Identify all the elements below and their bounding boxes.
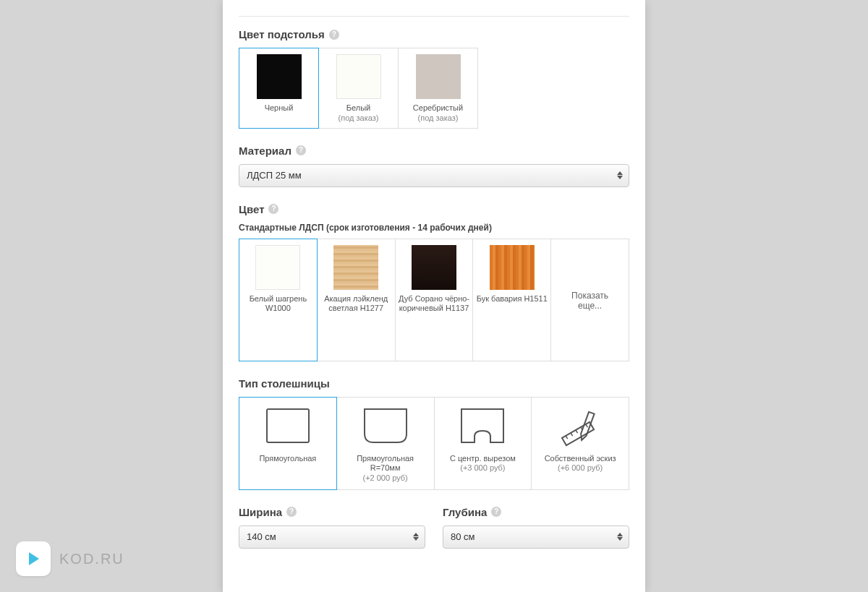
svg-line-4 xyxy=(566,435,568,438)
section-title-tabletop: Тип столешницы xyxy=(239,377,629,390)
svg-marker-12 xyxy=(617,537,623,541)
color-chip xyxy=(333,245,378,290)
section-title-material: Материал ? xyxy=(239,145,629,157)
svg-marker-13 xyxy=(29,552,39,565)
section-label: Цвет подстолья xyxy=(239,28,325,40)
swatch-label: Дуб Сорано чёрно-коричневый H1137 xyxy=(399,294,470,314)
swatch-label: Белый xyxy=(346,103,370,113)
color-swatch[interactable]: Акация лэйкленд светлая H1277 xyxy=(317,239,396,361)
section-label: Цвет xyxy=(239,203,264,215)
type-label: С центр. вырезом xyxy=(450,454,516,464)
color-chip xyxy=(412,245,456,290)
swatch-label: Белый шагрень W1000 xyxy=(242,294,314,314)
divider xyxy=(239,16,629,17)
logo-text: KOD.RU xyxy=(59,551,124,567)
type-label: Собственный эскиз xyxy=(545,454,616,464)
section-title-color: Цвет ? xyxy=(239,203,629,215)
depth-select[interactable]: 80 см xyxy=(443,525,629,549)
chevron-up-down-icon xyxy=(617,171,623,179)
tabletop-type-option[interactable]: Прямоугольная xyxy=(239,397,337,490)
help-icon[interactable]: ? xyxy=(491,507,501,517)
tabletop-type-options: ПрямоугольнаяПрямоугольная R=70мм(+2 000… xyxy=(239,397,629,490)
rect-rounded-icon xyxy=(360,405,411,448)
sketch-icon xyxy=(555,405,605,448)
section-label: Материал xyxy=(239,145,292,157)
tabletop-type-option[interactable]: С центр. вырезом(+3 000 руб) xyxy=(434,397,532,490)
color-subtitle: Стандартные ЛДСП (срок изготовления - 14… xyxy=(239,223,629,233)
chevron-up-down-icon xyxy=(413,533,419,541)
chevron-up-down-icon xyxy=(617,533,623,541)
type-sublabel: (+6 000 руб) xyxy=(558,463,603,473)
svg-marker-0 xyxy=(617,171,623,175)
color-options: Белый шагрень W1000Акация лэйкленд светл… xyxy=(239,239,629,361)
color-swatch[interactable]: Белый шагрень W1000 xyxy=(239,239,318,361)
svg-marker-9 xyxy=(413,533,419,536)
rect-icon xyxy=(263,405,313,448)
svg-marker-10 xyxy=(413,537,419,541)
type-sublabel: (+3 000 руб) xyxy=(460,463,505,473)
section-label: Ширина xyxy=(239,506,282,518)
help-icon[interactable]: ? xyxy=(296,145,306,155)
svg-marker-11 xyxy=(617,533,623,536)
svg-rect-2 xyxy=(267,409,309,442)
help-icon[interactable]: ? xyxy=(329,30,339,40)
swatch-label: Акация лэйкленд светлая H1277 xyxy=(320,294,392,314)
show-more-button[interactable]: Показать еще... xyxy=(550,239,629,361)
swatch-sublabel: (под заказ) xyxy=(339,113,379,124)
help-icon[interactable]: ? xyxy=(286,507,297,517)
svg-line-8 xyxy=(586,424,588,426)
base-color-swatch[interactable]: Черный xyxy=(239,48,319,129)
section-label: Глубина xyxy=(443,506,487,518)
width-select[interactable]: 140 см xyxy=(239,525,425,549)
base-color-swatch[interactable]: Серебристый(под заказ) xyxy=(398,48,478,129)
tabletop-type-option[interactable]: Собственный эскиз(+6 000 руб) xyxy=(531,397,629,490)
site-logo: KOD.RU xyxy=(16,541,124,576)
base-color-swatch[interactable]: Белый(под заказ) xyxy=(318,48,399,129)
type-label: Прямоугольная R=70мм xyxy=(341,454,430,474)
rect-notch-icon xyxy=(457,405,508,448)
type-label: Прямоугольная xyxy=(259,454,316,464)
section-title-depth: Глубина ? xyxy=(443,506,629,518)
svg-line-6 xyxy=(576,429,578,432)
section-label: Тип столешницы xyxy=(239,377,330,390)
section-title-base-color: Цвет подстолья ? xyxy=(239,28,629,40)
svg-rect-3 xyxy=(562,421,594,445)
svg-line-5 xyxy=(571,432,573,435)
tabletop-type-option[interactable]: Прямоугольная R=70мм(+2 000 руб) xyxy=(336,397,435,490)
svg-marker-1 xyxy=(617,176,623,179)
swatch-label: Черный xyxy=(265,103,294,113)
section-title-width: Ширина ? xyxy=(239,506,425,518)
color-swatch[interactable]: Дуб Сорано чёрно-коричневый H1137 xyxy=(395,239,474,361)
logo-badge-icon xyxy=(16,541,51,576)
color-chip xyxy=(416,54,461,99)
config-panel: Цвет подстолья ? ЧерныйБелый(под заказ)С… xyxy=(223,0,645,592)
select-value: 140 см xyxy=(247,531,276,542)
color-swatch[interactable]: Бук бавария H1511 xyxy=(472,239,551,361)
select-value: 80 см xyxy=(451,531,475,542)
type-sublabel: (+2 000 руб) xyxy=(362,473,407,484)
swatch-label: Бук бавария H1511 xyxy=(477,294,548,304)
base-color-options: ЧерныйБелый(под заказ)Серебристый(под за… xyxy=(239,48,629,129)
color-chip xyxy=(490,245,535,290)
swatch-label: Серебристый xyxy=(413,103,463,113)
swatch-sublabel: (под заказ) xyxy=(418,113,459,124)
color-chip xyxy=(336,54,381,99)
help-icon[interactable]: ? xyxy=(268,204,278,214)
material-select[interactable]: ЛДСП 25 мм xyxy=(239,164,629,187)
color-chip xyxy=(257,54,302,99)
select-value: ЛДСП 25 мм xyxy=(247,170,302,181)
color-chip xyxy=(255,245,300,290)
